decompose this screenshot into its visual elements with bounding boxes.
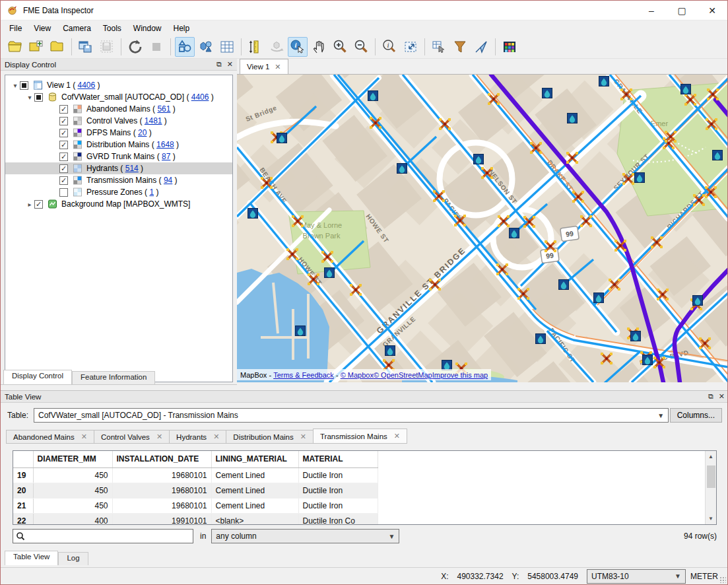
filter-button[interactable] xyxy=(450,37,470,57)
add-dataset-button[interactable] xyxy=(26,37,46,57)
column-header-material[interactable]: MATERIAL xyxy=(298,451,378,467)
view-3d-button[interactable] xyxy=(196,37,216,57)
attribution-link-improve-this-map[interactable]: Improve this map xyxy=(432,371,488,379)
visibility-checkbox[interactable] xyxy=(20,81,28,90)
tree-item-transmission-mains[interactable]: ✓Transmission Mains ( 94 ) xyxy=(5,174,232,186)
hydrant-marker[interactable] xyxy=(277,133,287,143)
column-header-lining-material[interactable]: LINING_MATERIAL xyxy=(211,451,298,467)
visibility-checkbox[interactable]: ✓ xyxy=(59,176,68,185)
hydrant-marker[interactable] xyxy=(248,209,258,219)
select-info-button[interactable]: i xyxy=(288,37,308,57)
hydrant-marker[interactable] xyxy=(635,173,645,183)
hydrant-marker[interactable] xyxy=(397,164,407,174)
orbit-button[interactable] xyxy=(267,37,286,57)
hydrant-marker[interactable] xyxy=(643,355,653,365)
maximize-button[interactable]: ▢ xyxy=(667,1,697,20)
table-row-20[interactable]: 2045019680101Cement LinedDuctile Iron xyxy=(13,483,378,498)
hydrant-marker[interactable] xyxy=(713,151,723,160)
visibility-checkbox[interactable]: ✓ xyxy=(59,117,68,125)
refresh-button[interactable] xyxy=(125,37,145,57)
hydrant-marker[interactable] xyxy=(594,293,604,303)
expand-icon[interactable]: ▸ xyxy=(25,201,34,208)
feature-count-link[interactable]: 20 xyxy=(138,128,147,137)
attribution-link-terms-feedback[interactable]: Terms & Feedback xyxy=(273,371,334,379)
resize-grip[interactable] xyxy=(719,576,726,583)
zoom-in-button[interactable] xyxy=(330,37,350,57)
float-panel-icon[interactable]: ⧉ xyxy=(216,60,222,69)
collapse-icon[interactable]: ▾ xyxy=(25,94,34,101)
view-2d-button[interactable] xyxy=(175,37,195,57)
navigate-button[interactable] xyxy=(471,37,491,57)
menu-window[interactable]: Window xyxy=(127,22,168,35)
close-tab-icon[interactable]: ✕ xyxy=(275,63,281,71)
tree-item-view-1[interactable]: ▾View 1 ( 4406 ) xyxy=(5,79,232,91)
zoom-extents-button[interactable] xyxy=(401,37,420,57)
visibility-checkbox[interactable]: ✓ xyxy=(34,200,43,209)
visibility-checkbox[interactable] xyxy=(59,188,68,197)
visibility-checkbox[interactable]: ✓ xyxy=(59,141,68,149)
table-tab-transmission-mains[interactable]: Transmission Mains✕ xyxy=(313,429,407,444)
visibility-checkbox[interactable]: ✓ xyxy=(59,153,68,161)
table-tab-distribution-mains[interactable]: Distribution Mains✕ xyxy=(226,430,313,444)
feature-info-button[interactable]: i xyxy=(380,37,399,57)
close-tab-icon[interactable]: ✕ xyxy=(156,432,162,441)
hydrant-marker[interactable] xyxy=(631,331,641,341)
grid-scrollbar[interactable]: ▲ ▼ xyxy=(705,451,716,524)
menu-file[interactable]: File xyxy=(3,22,28,35)
close-button[interactable]: ✕ xyxy=(697,1,727,20)
feature-count-link[interactable]: 87 xyxy=(162,152,170,161)
visibility-checkbox[interactable]: ✓ xyxy=(59,105,68,114)
columns-button[interactable]: Columns... xyxy=(670,408,722,423)
tab-display-control[interactable]: Display Control xyxy=(3,370,72,384)
table-row-19[interactable]: 1945019680101Cement LinedDuctile Iron xyxy=(13,467,378,483)
map-canvas[interactable]: St BridgeBEACH AVEHOWE STHOWE STPACIFICN… xyxy=(237,75,728,382)
tab-table-view[interactable]: Table View xyxy=(5,551,58,565)
hydrant-marker[interactable] xyxy=(559,280,569,290)
feature-count-link[interactable]: 4406 xyxy=(191,92,209,102)
table-tab-abandoned-mains[interactable]: Abandoned Mains✕ xyxy=(6,430,94,444)
tab-log[interactable]: Log xyxy=(58,552,88,565)
tree-item-distribution-mains[interactable]: ✓Distribution Mains ( 1648 ) xyxy=(5,139,232,151)
feature-count-link[interactable]: 4406 xyxy=(77,81,95,90)
search-input[interactable] xyxy=(13,529,193,543)
open-dataset-button[interactable] xyxy=(5,37,25,57)
close-tab-icon[interactable]: ✕ xyxy=(394,432,400,440)
visibility-checkbox[interactable]: ✓ xyxy=(59,129,68,137)
feature-count-link[interactable]: 94 xyxy=(164,176,172,185)
tree-item-gvrd-trunk-mains[interactable]: ✓GVRD Trunk Mains ( 87 ) xyxy=(5,151,232,162)
hydrant-marker[interactable] xyxy=(536,334,546,344)
table-tab-hydrants[interactable]: Hydrants✕ xyxy=(169,430,226,444)
pan-button[interactable] xyxy=(309,37,329,57)
hydrant-marker[interactable] xyxy=(474,155,484,164)
hydrant-marker[interactable] xyxy=(693,296,703,306)
view-table-button[interactable] xyxy=(217,37,237,57)
column-header-diameter-mm[interactable]: DIAMETER_MM xyxy=(33,451,112,467)
table-selector-combo[interactable]: CofVWater_small [AUTOCAD_OD] - Transmiss… xyxy=(34,408,669,423)
attribution-link-openstreetmap[interactable]: © OpenStreetMap xyxy=(374,371,432,379)
scroll-up-icon[interactable]: ▲ xyxy=(706,451,716,462)
tab-view-1[interactable]: View 1 ✕ xyxy=(240,59,288,74)
hydrant-marker[interactable] xyxy=(543,88,552,98)
tree-item-background-map-mapbox-wmts[interactable]: ▸✓Background Map [MAPBOX_WMTS] xyxy=(5,198,232,210)
scroll-thumb[interactable] xyxy=(707,465,715,488)
minimize-button[interactable]: – xyxy=(636,1,667,20)
menu-tools[interactable]: Tools xyxy=(97,22,127,35)
hydrant-marker[interactable] xyxy=(681,85,691,94)
tree-item-dfps-mains[interactable]: ✓DFPS Mains ( 20 ) xyxy=(5,127,232,139)
table-row-22[interactable]: 2240019910101<blank>Ductile Iron Co xyxy=(13,513,378,525)
close-panel-icon[interactable]: ✕ xyxy=(227,60,233,69)
visibility-checkbox[interactable] xyxy=(34,93,43,102)
float-panel-icon[interactable]: ⧉ xyxy=(708,392,713,401)
tree-item-control-valves[interactable]: ✓Control Valves ( 1481 ) xyxy=(5,115,232,127)
tree-item-abandoned-mains[interactable]: ✓Abandoned Mains ( 561 ) xyxy=(5,103,232,115)
feature-count-link[interactable]: 1481 xyxy=(145,116,162,125)
hydrant-marker[interactable] xyxy=(568,114,578,123)
attribution-link-mapbox[interactable]: © Mapbox xyxy=(341,371,374,379)
hydrant-marker[interactable] xyxy=(368,91,378,101)
menu-help[interactable]: Help xyxy=(168,22,196,35)
tree-item-cofvwater-small-autocad-od[interactable]: ▾CofVWater_small [AUTOCAD_OD] ( 4406 ) xyxy=(5,91,232,103)
hydrant-marker[interactable] xyxy=(510,228,519,238)
close-tab-icon[interactable]: ✕ xyxy=(81,432,87,441)
close-tab-icon[interactable]: ✕ xyxy=(300,432,306,441)
hydrant-marker[interactable] xyxy=(385,346,395,356)
